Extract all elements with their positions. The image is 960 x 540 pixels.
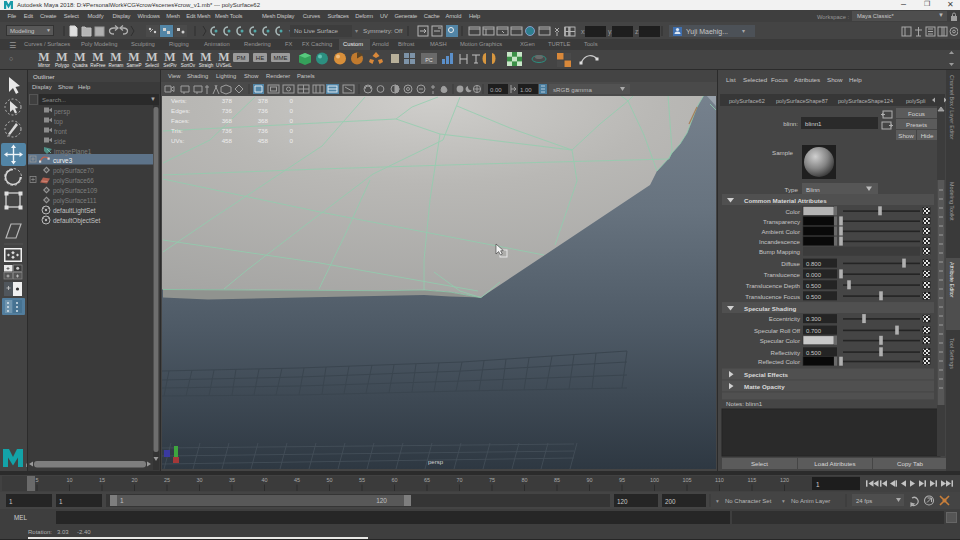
svg-text:Show: Show bbox=[898, 132, 914, 139]
svg-text:45: 45 bbox=[294, 477, 300, 483]
svg-text:0.300: 0.300 bbox=[806, 316, 822, 322]
svg-text:Tris:: Tris: bbox=[171, 127, 183, 134]
svg-text:UVSetL: UVSetL bbox=[216, 63, 232, 68]
svg-text:Common Material Attributes: Common Material Attributes bbox=[744, 197, 827, 204]
svg-text:0.700: 0.700 bbox=[806, 328, 822, 334]
svg-text:top: top bbox=[54, 118, 63, 126]
svg-text:378: 378 bbox=[222, 97, 233, 104]
svg-text:No Anim Layer: No Anim Layer bbox=[791, 498, 830, 504]
svg-text:polySurface109: polySurface109 bbox=[53, 187, 98, 195]
svg-text:0: 0 bbox=[290, 97, 294, 104]
svg-text:Select: Select bbox=[751, 460, 768, 467]
svg-text:90: 90 bbox=[586, 477, 592, 483]
svg-text:458: 458 bbox=[222, 137, 233, 144]
svg-text:0: 0 bbox=[290, 117, 294, 124]
svg-text:Sample: Sample bbox=[772, 149, 794, 156]
svg-text:Focus: Focus bbox=[908, 110, 925, 117]
svg-text:Bump Mapping: Bump Mapping bbox=[759, 248, 800, 255]
svg-text:PC: PC bbox=[425, 57, 433, 63]
svg-text:736: 736 bbox=[258, 127, 269, 134]
svg-text:defaultObjectSet: defaultObjectSet bbox=[53, 217, 100, 225]
svg-text:95: 95 bbox=[619, 477, 625, 483]
svg-text:368: 368 bbox=[258, 117, 269, 124]
svg-text:120: 120 bbox=[376, 497, 387, 504]
svg-text:Attributes: Attributes bbox=[794, 76, 820, 83]
svg-text:30: 30 bbox=[196, 477, 202, 483]
svg-text:Blinn: Blinn bbox=[806, 186, 820, 193]
svg-text:35: 35 bbox=[229, 477, 235, 483]
svg-text:Specular Roll Off: Specular Roll Off bbox=[754, 327, 800, 334]
svg-text:Matte Opacity: Matte Opacity bbox=[744, 383, 785, 390]
svg-text:736: 736 bbox=[222, 127, 233, 134]
svg-text:Copy Tab: Copy Tab bbox=[897, 460, 924, 467]
svg-text:polySpli: polySpli bbox=[906, 98, 926, 104]
svg-text:1.00: 1.00 bbox=[520, 87, 532, 93]
svg-text:Ambient Color: Ambient Color bbox=[761, 228, 800, 235]
svg-text:Eccentricity: Eccentricity bbox=[769, 315, 801, 322]
svg-text:Yuji Maehig...: Yuji Maehig... bbox=[686, 28, 728, 36]
svg-text:Transparency: Transparency bbox=[763, 218, 801, 225]
svg-text:persp: persp bbox=[428, 459, 444, 465]
svg-text:110: 110 bbox=[715, 477, 724, 483]
svg-text:20: 20 bbox=[131, 477, 137, 483]
svg-text:1: 1 bbox=[59, 498, 63, 505]
svg-text:Type: Type bbox=[785, 186, 799, 193]
svg-text:Show: Show bbox=[827, 76, 843, 83]
svg-text:▾: ▾ bbox=[782, 498, 785, 504]
svg-text:Edges:: Edges: bbox=[171, 107, 191, 114]
svg-text:75: 75 bbox=[489, 477, 495, 483]
svg-text:Presets: Presets bbox=[906, 121, 927, 128]
svg-text:SameP: SameP bbox=[126, 63, 141, 68]
svg-text:0.500: 0.500 bbox=[806, 294, 822, 300]
svg-text:0.500: 0.500 bbox=[806, 283, 822, 289]
svg-text:458: 458 bbox=[258, 137, 269, 144]
svg-text:SortOv: SortOv bbox=[181, 63, 196, 68]
svg-text:120: 120 bbox=[780, 477, 789, 483]
svg-text:1: 1 bbox=[9, 498, 13, 505]
svg-text:15: 15 bbox=[99, 477, 105, 483]
svg-text:736: 736 bbox=[222, 107, 233, 114]
svg-text:200: 200 bbox=[665, 498, 676, 505]
svg-text:24 fps: 24 fps bbox=[856, 498, 872, 504]
svg-text:blinn1: blinn1 bbox=[805, 120, 822, 127]
svg-text:side: side bbox=[54, 138, 66, 145]
svg-text:persp: persp bbox=[54, 108, 70, 116]
svg-text:80: 80 bbox=[521, 477, 527, 483]
svg-text:5: 5 bbox=[35, 477, 38, 483]
svg-text:ReFree: ReFree bbox=[90, 63, 106, 68]
svg-text:polySurface111: polySurface111 bbox=[53, 197, 97, 205]
svg-text:▾: ▾ bbox=[355, 28, 358, 34]
svg-text:115: 115 bbox=[748, 477, 757, 483]
svg-text:SelectI: SelectI bbox=[145, 63, 159, 68]
svg-text:120: 120 bbox=[617, 498, 628, 505]
svg-text:0.800: 0.800 bbox=[806, 261, 822, 267]
svg-text:Translucence Depth: Translucence Depth bbox=[746, 282, 800, 289]
svg-text:Translucence: Translucence bbox=[764, 271, 801, 278]
svg-text:PM: PM bbox=[237, 55, 246, 61]
svg-text:85: 85 bbox=[554, 477, 560, 483]
svg-text:Diffuse: Diffuse bbox=[781, 260, 800, 267]
svg-text:Hide: Hide bbox=[921, 132, 934, 139]
svg-text:Color: Color bbox=[785, 208, 800, 215]
svg-text:front: front bbox=[54, 128, 67, 135]
svg-text:SetPiv: SetPiv bbox=[163, 63, 177, 68]
svg-text:defaultLightSet: defaultLightSet bbox=[53, 207, 96, 215]
svg-text:Selected: Selected bbox=[743, 76, 768, 83]
svg-text:Load Attributes: Load Attributes bbox=[814, 460, 855, 467]
svg-text:Focus: Focus bbox=[771, 76, 788, 83]
svg-text:Special Effects: Special Effects bbox=[744, 371, 789, 378]
svg-text:Mirror: Mirror bbox=[38, 63, 50, 68]
svg-text:10: 10 bbox=[66, 477, 72, 483]
svg-text:MME: MME bbox=[274, 55, 288, 61]
svg-text:736: 736 bbox=[258, 107, 269, 114]
svg-text:polySurface70: polySurface70 bbox=[53, 167, 94, 175]
svg-text:imagePlane1: imagePlane1 bbox=[54, 148, 92, 156]
svg-text:sRGB gamma: sRGB gamma bbox=[553, 86, 592, 93]
svg-text:Translucence Focus: Translucence Focus bbox=[745, 293, 800, 300]
svg-text:Help: Help bbox=[849, 76, 862, 83]
svg-text:Straigh: Straigh bbox=[199, 63, 214, 68]
svg-text:List: List bbox=[726, 76, 736, 83]
svg-text:Incandescence: Incandescence bbox=[759, 238, 801, 245]
svg-text:0.000: 0.000 bbox=[806, 272, 822, 278]
svg-text:105: 105 bbox=[682, 477, 691, 483]
